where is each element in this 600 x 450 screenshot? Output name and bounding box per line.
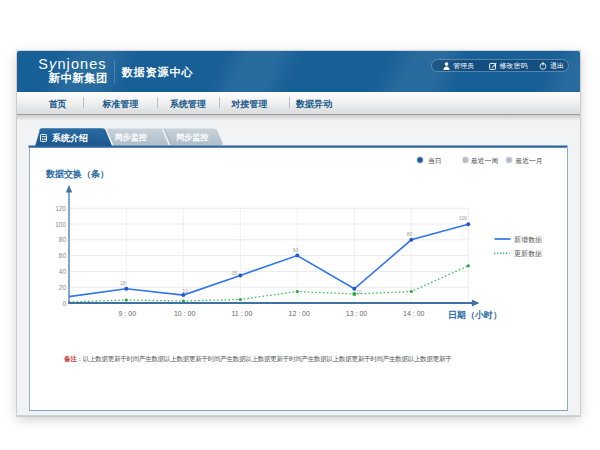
svg-text:80: 80 xyxy=(407,232,413,237)
svg-text:同步监控: 同步监控 xyxy=(115,132,147,142)
svg-text:10: 10 xyxy=(182,289,188,294)
svg-text:日期（小时）: 日期（小时） xyxy=(448,310,502,320)
svg-text:0: 0 xyxy=(62,300,66,307)
svg-text:13 : 00: 13 : 00 xyxy=(346,310,368,317)
svg-text:60: 60 xyxy=(293,248,299,253)
svg-text:9 : 00: 9 : 00 xyxy=(119,310,137,317)
svg-text:11 : 00: 11 : 00 xyxy=(231,310,252,317)
svg-text:当日: 当日 xyxy=(428,157,442,165)
svg-text:最近一月: 最近一月 xyxy=(515,157,543,165)
svg-text:数据交换（条）: 数据交换（条） xyxy=(45,169,109,179)
svg-text:系统介绍: 系统介绍 xyxy=(51,133,88,143)
svg-text:18: 18 xyxy=(120,281,126,286)
svg-text:60: 60 xyxy=(59,252,67,259)
svg-text:35: 35 xyxy=(232,271,238,276)
svg-text:80: 80 xyxy=(59,236,67,243)
svg-text:最近一周: 最近一周 xyxy=(470,157,498,164)
svg-text:同步监控: 同步监控 xyxy=(176,132,208,142)
svg-text:更新数据: 更新数据 xyxy=(514,249,542,258)
svg-text:新增数据: 新增数据 xyxy=(514,235,542,244)
svg-text:120: 120 xyxy=(55,205,66,212)
svg-text:40: 40 xyxy=(59,268,67,275)
svg-text:20: 20 xyxy=(59,284,67,291)
svg-text:12 : 00: 12 : 00 xyxy=(288,310,310,317)
svg-text:10 : 00: 10 : 00 xyxy=(174,310,196,317)
svg-text:100: 100 xyxy=(459,216,467,221)
svg-text:10: 10 xyxy=(356,290,362,295)
svg-text:100: 100 xyxy=(55,221,66,228)
svg-text:14 : 00: 14 : 00 xyxy=(403,310,425,317)
